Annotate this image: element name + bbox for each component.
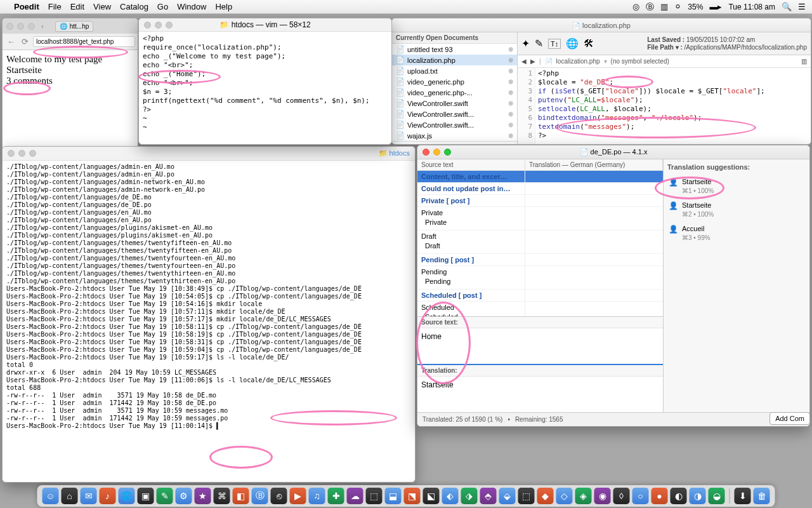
close-doc-icon[interactable]: ⊗ bbox=[508, 121, 513, 128]
magic-icon[interactable]: ✦ bbox=[521, 37, 530, 50]
minimize-icon[interactable] bbox=[155, 22, 162, 29]
code-lines[interactable]: <?php$locale = "de_DE";if (isSet($_GET["… bbox=[535, 68, 768, 144]
close-icon[interactable] bbox=[8, 150, 15, 157]
dock-app[interactable]: ◊ bbox=[613, 488, 630, 504]
translation-row[interactable]: Draft Draft bbox=[417, 231, 663, 254]
notification-icon[interactable]: ☰ bbox=[798, 2, 806, 11]
rec-button[interactable]: Rec bbox=[407, 144, 419, 145]
dock-app[interactable]: ♫ bbox=[309, 488, 325, 504]
menu-file[interactable]: File bbox=[48, 2, 62, 11]
close-doc-icon[interactable]: ⊗ bbox=[508, 78, 513, 85]
nav-fwd-icon[interactable]: ▶ bbox=[530, 58, 535, 65]
dock-app[interactable]: ⬚ bbox=[518, 488, 535, 504]
nav-back-icon[interactable]: ◀ bbox=[521, 58, 527, 65]
menu-go[interactable]: Go bbox=[157, 2, 168, 11]
minimize-icon[interactable] bbox=[433, 149, 440, 156]
translation-row[interactable]: Pending [ post ] bbox=[417, 254, 663, 266]
back-button[interactable]: ‹ bbox=[39, 22, 46, 30]
dock-app[interactable]: ◧ bbox=[233, 488, 249, 504]
dock-app[interactable]: ⬖ bbox=[442, 488, 459, 504]
open-doc-item[interactable]: 📄ViewController.swift...⊗ bbox=[392, 109, 517, 119]
open-doc-item[interactable]: 📄upload.txt⊗ bbox=[392, 65, 517, 76]
zoom-icon[interactable] bbox=[444, 149, 451, 156]
dock-app[interactable]: ⚙ bbox=[176, 488, 192, 504]
close-doc-icon[interactable]: ⊗ bbox=[508, 46, 513, 53]
terminal-output[interactable]: ./ITblog/wp-content/languages/admin-en_A… bbox=[6, 163, 411, 430]
dock-app[interactable]: ◑ bbox=[690, 488, 706, 504]
battery-icon[interactable]: ▬▸ bbox=[709, 2, 722, 11]
dock-app[interactable]: ◈ bbox=[575, 488, 592, 504]
pencil-icon[interactable]: ✎ bbox=[535, 37, 543, 50]
dock-app[interactable]: ✎ bbox=[157, 488, 173, 504]
dropbox-icon[interactable]: ▥ bbox=[660, 2, 668, 11]
reload-icon[interactable]: ⟳ bbox=[20, 37, 30, 46]
dock-app[interactable]: ⬚ bbox=[366, 488, 383, 504]
translation-row[interactable]: Private Private bbox=[417, 207, 663, 231]
back-icon[interactable]: ← bbox=[5, 37, 17, 46]
dock-trash[interactable]: 🗑 bbox=[754, 488, 770, 504]
bitcoin-icon[interactable]: Ⓑ bbox=[646, 1, 654, 13]
back-icon[interactable]: ◀ bbox=[396, 144, 401, 145]
translation-row[interactable]: Scheduled Scheduled bbox=[417, 302, 663, 316]
clock[interactable]: Tue 11:08 am bbox=[728, 3, 775, 11]
translation-row[interactable]: Scheduled [ post ] bbox=[417, 290, 663, 302]
dock-app[interactable]: 🌐 bbox=[119, 488, 135, 504]
url-input[interactable] bbox=[33, 36, 135, 47]
translation-row[interactable]: Content, title, and excer… bbox=[417, 171, 663, 183]
status-icon[interactable]: ◎ bbox=[632, 2, 639, 11]
tools-icon[interactable]: 🛠 bbox=[584, 38, 594, 50]
close-doc-icon[interactable]: ⊗ bbox=[508, 89, 513, 96]
text-icon[interactable]: T↕ bbox=[548, 39, 561, 49]
translation-row[interactable]: Pending Pending bbox=[417, 266, 663, 290]
menu-view[interactable]: View bbox=[93, 2, 111, 11]
dock-app[interactable]: ◐ bbox=[671, 488, 687, 504]
menu-edit[interactable]: Edit bbox=[70, 2, 84, 11]
menu-window[interactable]: Window bbox=[177, 2, 206, 11]
suggestion-item[interactable]: 👤Accueil⌘3 • 99% bbox=[667, 222, 806, 245]
zoom-icon[interactable] bbox=[29, 150, 36, 157]
open-doc-item[interactable]: 📄ViewController.swift...⊗ bbox=[392, 119, 517, 130]
minimize-icon[interactable] bbox=[18, 150, 25, 157]
menu-catalog[interactable]: Catalog bbox=[120, 2, 148, 11]
translation-row[interactable]: Private [ post ] bbox=[417, 195, 663, 207]
menu-app[interactable]: Poedit bbox=[14, 2, 39, 11]
close-doc-icon[interactable]: ⊗ bbox=[508, 110, 513, 117]
close-doc-icon[interactable]: ⊗ bbox=[508, 132, 513, 139]
pathbar-symbol[interactable]: (no symbol selected) bbox=[611, 58, 669, 65]
dock-app[interactable]: ⬕ bbox=[423, 488, 440, 504]
dock-app[interactable]: Ⓑ bbox=[252, 488, 268, 504]
dock-app[interactable]: ○ bbox=[632, 488, 649, 504]
dock-app[interactable]: ◇ bbox=[556, 488, 573, 504]
zoom-icon[interactable] bbox=[166, 22, 173, 29]
dock-app[interactable]: ⬗ bbox=[461, 488, 478, 504]
translation-input[interactable]: Startseite bbox=[417, 377, 663, 412]
close-doc-icon[interactable]: ⊗ bbox=[508, 100, 513, 107]
dock-app[interactable]: ⌂ bbox=[62, 488, 78, 504]
dock-app[interactable]: ★ bbox=[195, 488, 211, 504]
close-icon[interactable] bbox=[144, 22, 151, 29]
open-doc-item[interactable]: 📄ViewController.swift⊗ bbox=[392, 98, 517, 109]
menu-help[interactable]: Help bbox=[215, 2, 232, 11]
zoom-icon[interactable] bbox=[28, 23, 35, 30]
browser-tab[interactable]: 🌐htt...hp bbox=[55, 21, 94, 32]
translation-row[interactable]: Could not update post in… bbox=[417, 183, 663, 195]
pathbar-file[interactable]: localization.php bbox=[556, 58, 600, 65]
dock-app[interactable]: ◆ bbox=[537, 488, 554, 504]
col-translation[interactable]: Translation — German (Germany) bbox=[525, 159, 663, 170]
close-doc-icon[interactable]: ⊗ bbox=[508, 57, 513, 64]
globe-icon[interactable]: 🌐 bbox=[566, 37, 579, 50]
close-icon[interactable] bbox=[6, 23, 13, 30]
dock-app[interactable]: ◉ bbox=[594, 488, 611, 504]
dock-app[interactable]: ⬔ bbox=[404, 488, 421, 504]
dock-app[interactable]: ◒ bbox=[709, 488, 725, 504]
spotlight-icon[interactable]: 🔍 bbox=[782, 2, 792, 11]
suggestion-item[interactable]: 👤Startseite⌘1 • 100% bbox=[667, 175, 806, 198]
open-doc-item[interactable]: 📄wajax.js⊗ bbox=[392, 130, 517, 141]
dock-app[interactable]: ☁ bbox=[347, 488, 363, 504]
dock-app[interactable]: ⌘ bbox=[214, 488, 230, 504]
open-doc-item[interactable]: 📄localization.php⊗ bbox=[392, 55, 517, 65]
open-doc-item[interactable]: 📄untitled text 93⊗ bbox=[392, 44, 517, 55]
dock-app[interactable]: ✚ bbox=[328, 488, 344, 504]
dock-downloads[interactable]: ⬇ bbox=[735, 488, 751, 504]
split-icon[interactable]: ▥ bbox=[801, 58, 807, 65]
